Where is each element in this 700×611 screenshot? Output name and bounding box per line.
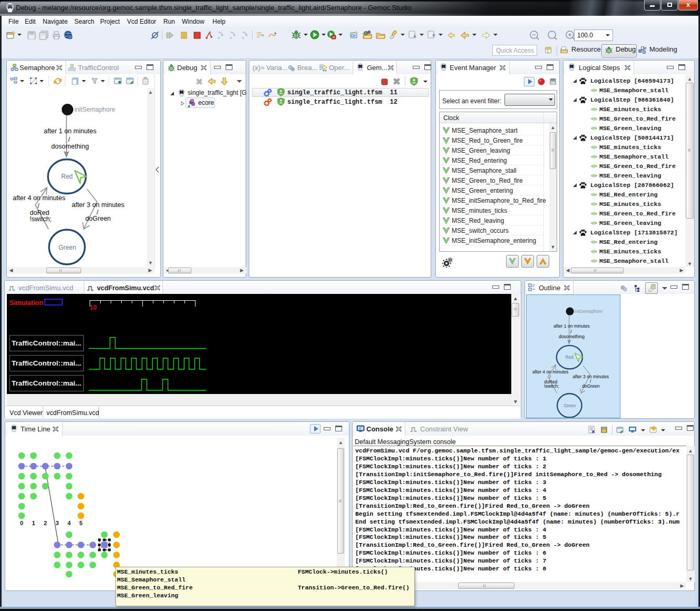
- svg-text:dosomething: dosomething: [51, 143, 89, 150]
- svg-text:1: 1: [32, 520, 35, 526]
- svg-text:after 3 on minutes: after 3 on minutes: [72, 201, 124, 209]
- svg-text:after 1 on minutes: after 1 on minutes: [44, 127, 96, 135]
- svg-text:3: 3: [55, 520, 59, 526]
- svg-text:Green: Green: [563, 403, 576, 408]
- svg-text:Gr: Gr: [351, 33, 356, 38]
- svg-text:after 4 on minutes: after 4 on minutes: [13, 194, 65, 202]
- svg-text:Red: Red: [61, 173, 73, 180]
- svg-text:5: 5: [79, 520, 82, 526]
- svg-text:after 3 on minutes: after 3 on minutes: [573, 374, 609, 379]
- svg-text:doGreen: doGreen: [582, 383, 600, 389]
- svg-text:!switch;: !switch;: [30, 215, 52, 223]
- svg-text:initSemaphore: initSemaphore: [575, 309, 602, 314]
- svg-text:M: M: [643, 46, 646, 50]
- svg-text:/: /: [37, 202, 40, 210]
- svg-text:2: 2: [44, 520, 47, 526]
- svg-text:initSemaphore: initSemaphore: [74, 106, 115, 113]
- svg-text:0: 0: [20, 520, 23, 526]
- svg-text:4: 4: [67, 520, 71, 526]
- svg-text:!switch;: !switch;: [544, 383, 559, 389]
- svg-text:/: /: [68, 136, 70, 143]
- svg-text:Red: Red: [566, 355, 573, 360]
- svg-text:after 1 on minutes: after 1 on minutes: [553, 323, 589, 329]
- svg-text:dosomething: dosomething: [559, 334, 585, 339]
- svg-text:doGreen: doGreen: [85, 215, 111, 222]
- svg-text:after 4 on minutes: after 4 on minutes: [532, 369, 568, 375]
- svg-text:Green: Green: [59, 244, 76, 251]
